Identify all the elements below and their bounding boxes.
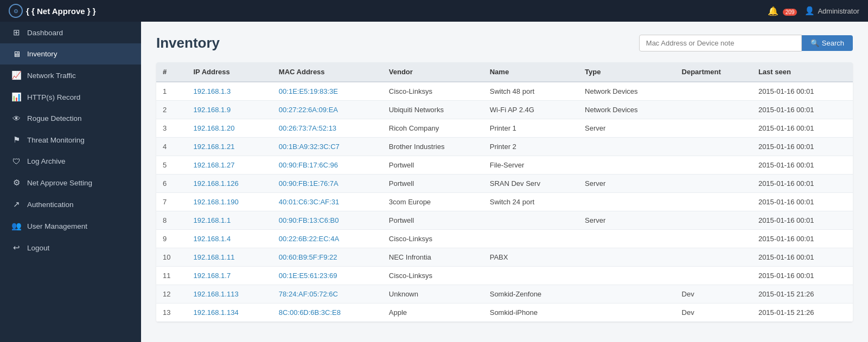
cell-ip[interactable]: 192.168.1.126 — [187, 175, 272, 193]
sidebar-item-net-approve-setting[interactable]: ⚙ Net Approve Setting — [0, 172, 141, 193]
sidebar-item-user-management[interactable]: 👥 User Management — [0, 215, 141, 237]
table-row[interactable]: 1192.168.1.300:1E:E5:19:83:3ECisco-Links… — [156, 82, 853, 101]
cell-ip[interactable]: 192.168.1.21 — [187, 138, 272, 156]
notification-bell[interactable]: 🔔 209 — [768, 6, 797, 16]
cell-ip[interactable]: 192.168.1.20 — [187, 119, 272, 138]
link-ip[interactable]: 192.168.1.7 — [193, 272, 231, 280]
table-row[interactable]: 12192.168.1.11378:24:AF:05:72:6CUnknownS… — [156, 285, 853, 304]
cell-mac[interactable]: 00:90:FB:13:C6:B0 — [272, 211, 382, 230]
link-ip[interactable]: 192.168.1.21 — [193, 143, 234, 151]
cell-vendor: Unknown — [382, 285, 483, 304]
cell-mac[interactable]: 00:1E:E5:61:23:69 — [272, 267, 382, 285]
link-mac[interactable]: 00:1E:E5:61:23:69 — [279, 272, 337, 280]
link-mac[interactable]: 40:01:C6:3C:AF:31 — [279, 198, 339, 206]
cell-num: 1 — [156, 82, 187, 101]
cell-mac[interactable]: 00:1B:A9:32:3C:C7 — [272, 138, 382, 156]
cell-ip[interactable]: 192.168.1.190 — [187, 193, 272, 211]
cell-num: 9 — [156, 230, 187, 248]
threat-monitoring-icon: ⚑ — [11, 135, 22, 145]
link-mac[interactable]: 00:90:FB:13:C6:B0 — [279, 216, 339, 224]
table-row[interactable]: 11192.168.1.700:1E:E5:61:23:69Cisco-Link… — [156, 267, 853, 285]
link-ip[interactable]: 192.168.1.190 — [193, 198, 238, 206]
table-row[interactable]: 8192.168.1.100:90:FB:13:C6:B0PortwellSer… — [156, 211, 853, 230]
table-row[interactable]: 13192.168.1.1348C:00:6D:6B:3C:E8AppleSom… — [156, 304, 853, 322]
link-ip[interactable]: 192.168.1.113 — [193, 290, 238, 298]
col-num: # — [156, 62, 187, 82]
sidebar-item-label: Net Approve Setting — [27, 179, 92, 187]
sidebar-item-logout[interactable]: ↩ Logout — [0, 237, 141, 259]
cell-type: Server — [578, 175, 675, 193]
table-row[interactable]: 2192.168.1.900:27:22:6A:09:EAUbiquiti Ne… — [156, 101, 853, 119]
cell-last_seen: 2015-01-16 00:01 — [752, 138, 853, 156]
link-mac[interactable]: 8C:00:6D:6B:3C:E8 — [279, 308, 341, 317]
cell-ip[interactable]: 192.168.1.27 — [187, 156, 272, 175]
link-ip[interactable]: 192.168.1.3 — [193, 87, 231, 95]
cell-ip[interactable]: 192.168.1.4 — [187, 230, 272, 248]
cell-mac[interactable]: 00:90:FB:17:6C:96 — [272, 156, 382, 175]
sidebar-item-http-record[interactable]: 📊 HTTP(s) Record — [0, 86, 141, 108]
link-ip[interactable]: 192.168.1.27 — [193, 161, 234, 169]
http-record-icon: 📊 — [11, 92, 22, 102]
cell-mac[interactable]: 00:26:73:7A:52:13 — [272, 119, 382, 138]
sidebar-item-authentication[interactable]: ↗ Authentication — [0, 193, 141, 215]
cell-name: Somkid-Zenfone — [483, 285, 578, 304]
link-mac[interactable]: 78:24:AF:05:72:6C — [279, 290, 338, 298]
table-row[interactable]: 10192.168.1.1100:60:B9:5F:F9:22NEC Infro… — [156, 248, 853, 267]
cell-mac[interactable]: 40:01:C6:3C:AF:31 — [272, 193, 382, 211]
cell-ip[interactable]: 192.168.1.11 — [187, 248, 272, 267]
link-ip[interactable]: 192.168.1.20 — [193, 124, 234, 132]
link-mac[interactable]: 00:22:6B:22:EC:4A — [279, 235, 339, 243]
link-mac[interactable]: 00:26:73:7A:52:13 — [279, 124, 336, 132]
cell-mac[interactable]: 00:27:22:6A:09:EA — [272, 101, 382, 119]
link-ip[interactable]: 192.168.1.11 — [193, 253, 234, 261]
table-body: 1192.168.1.300:1E:E5:19:83:3ECisco-Links… — [156, 82, 853, 322]
cell-ip[interactable]: 192.168.1.1 — [187, 211, 272, 230]
link-mac[interactable]: 00:90:FB:1E:76:7A — [279, 179, 339, 188]
col-mac: MAC Address — [272, 62, 382, 82]
cell-department — [675, 211, 752, 230]
sidebar-item-inventory[interactable]: 🖥 Inventory — [0, 43, 141, 64]
cell-ip[interactable]: 192.168.1.113 — [187, 285, 272, 304]
link-mac[interactable]: 00:1B:A9:32:3C:C7 — [279, 143, 340, 151]
table-row[interactable]: 6192.168.1.12600:90:FB:1E:76:7APortwellS… — [156, 175, 853, 193]
sidebar-item-log-archive[interactable]: 🛡 Log Archive — [0, 151, 141, 172]
cell-mac[interactable]: 78:24:AF:05:72:6C — [272, 285, 382, 304]
cell-mac[interactable]: 00:60:B9:5F:F9:22 — [272, 248, 382, 267]
link-mac[interactable]: 00:27:22:6A:09:EA — [279, 106, 338, 114]
cell-department — [675, 119, 752, 138]
app-title: { { Net Approve } } — [26, 7, 96, 16]
cell-department — [675, 193, 752, 211]
table-row[interactable]: 4192.168.1.2100:1B:A9:32:3C:C7Brother In… — [156, 138, 853, 156]
sidebar-item-rogue-detection[interactable]: 👁 Rogue Detection — [0, 108, 141, 129]
cell-mac[interactable]: 00:1E:E5:19:83:3E — [272, 82, 382, 101]
sidebar-item-threat-monitoring[interactable]: ⚑ Threat Monitoring — [0, 129, 141, 151]
sidebar-item-dashboard[interactable]: ⊞ Dashboard — [0, 22, 141, 43]
link-mac[interactable]: 00:60:B9:5F:F9:22 — [279, 253, 337, 261]
link-mac[interactable]: 00:1E:E5:19:83:3E — [279, 87, 338, 95]
page-title: Inventory — [156, 35, 639, 51]
user-menu[interactable]: 👤 Administrator — [805, 6, 859, 16]
cell-type — [578, 267, 675, 285]
table-row[interactable]: 7192.168.1.19040:01:C6:3C:AF:313com Euro… — [156, 193, 853, 211]
link-ip[interactable]: 192.168.1.9 — [193, 106, 231, 114]
cell-ip[interactable]: 192.168.1.3 — [187, 82, 272, 101]
cell-ip[interactable]: 192.168.1.134 — [187, 304, 272, 322]
table-row[interactable]: 5192.168.1.2700:90:FB:17:6C:96PortwellFi… — [156, 156, 853, 175]
link-ip[interactable]: 192.168.1.126 — [193, 179, 238, 188]
link-ip[interactable]: 192.168.1.4 — [193, 235, 231, 243]
cell-mac[interactable]: 8C:00:6D:6B:3C:E8 — [272, 304, 382, 322]
link-mac[interactable]: 00:90:FB:17:6C:96 — [279, 161, 338, 169]
table-row[interactable]: 3192.168.1.2000:26:73:7A:52:13Ricoh Comp… — [156, 119, 853, 138]
search-input[interactable] — [639, 35, 802, 51]
col-vendor: Vendor — [382, 62, 483, 82]
table-row[interactable]: 9192.168.1.400:22:6B:22:EC:4ACisco-Links… — [156, 230, 853, 248]
cell-mac[interactable]: 00:22:6B:22:EC:4A — [272, 230, 382, 248]
rogue-detection-icon: 👁 — [11, 114, 22, 123]
cell-mac[interactable]: 00:90:FB:1E:76:7A — [272, 175, 382, 193]
link-ip[interactable]: 192.168.1.1 — [193, 216, 231, 224]
sidebar-item-network-traffic[interactable]: 📈 Network Traffic — [0, 64, 141, 86]
cell-ip[interactable]: 192.168.1.9 — [187, 101, 272, 119]
link-ip[interactable]: 192.168.1.134 — [193, 308, 238, 317]
search-button[interactable]: 🔍 Search — [802, 35, 853, 51]
cell-ip[interactable]: 192.168.1.7 — [187, 267, 272, 285]
